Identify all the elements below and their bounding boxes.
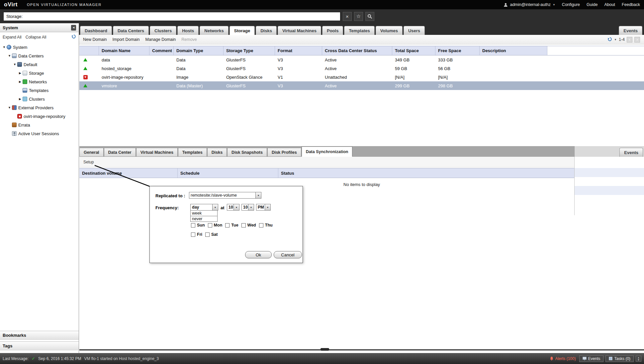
tab-hosts[interactable]: Hosts <box>177 26 199 35</box>
col-schedule[interactable]: Schedule <box>178 168 278 178</box>
tree-item-templates[interactable]: Templates <box>0 86 79 95</box>
tab-volumes[interactable]: Volumes <box>376 26 403 35</box>
ok-button[interactable]: Ok <box>245 251 272 258</box>
day-checkbox-thu[interactable]: Thu <box>259 223 273 228</box>
tab-pools[interactable]: Pools <box>322 26 343 35</box>
collapse-sidebar-button[interactable]: ◀ <box>71 25 76 31</box>
detail-tab-general[interactable]: General <box>79 148 104 157</box>
tab-virtual-machines[interactable]: Virtual Machines <box>278 26 321 35</box>
chevron-down-icon[interactable]: ▼ <box>212 204 218 210</box>
detail-tab-virtual-machines[interactable]: Virtual Machines <box>136 148 178 157</box>
col-storage-type[interactable]: Storage Type <box>224 46 275 55</box>
tree-item-networks[interactable]: ▶Networks <box>0 77 79 86</box>
day-checkbox-mon[interactable]: Mon <box>208 223 223 228</box>
col-domain-name[interactable]: Domain Name <box>99 46 149 55</box>
day-checkbox-sat[interactable]: Sat <box>205 232 218 237</box>
day-checkbox-sun[interactable]: Sun <box>191 223 205 228</box>
detail-tab-data-center[interactable]: Data Center <box>104 148 136 157</box>
col-description[interactable]: Description <box>480 46 547 55</box>
col-format[interactable]: Format <box>275 46 322 55</box>
expander-icon[interactable]: ▶ <box>18 71 22 75</box>
detail-tab-disk-profiles[interactable]: Disk Profiles <box>267 148 301 157</box>
replicated-to-select[interactable]: remotesite:/slave-volume ▼ <box>189 192 261 199</box>
frequency-option-week[interactable]: week <box>190 211 218 216</box>
refresh-tree-button[interactable] <box>71 34 76 40</box>
table-row-selected[interactable]: vmstore Data (Master) GlusterFS V3 Activ… <box>79 81 644 90</box>
horizontal-splitter[interactable] <box>79 349 644 350</box>
refresh-dropdown-caret[interactable]: ▼ <box>614 38 617 41</box>
expand-all-link[interactable]: Expand All <box>3 35 22 40</box>
setup-button[interactable]: Setup <box>83 160 94 164</box>
feedback-link[interactable]: Feedback <box>622 2 640 7</box>
next-page-button[interactable]: › <box>634 37 640 43</box>
user-menu[interactable]: admin@internal-authz ▼ <box>504 2 555 7</box>
expander-icon[interactable]: ▼ <box>2 46 6 49</box>
remove-button[interactable]: Remove <box>181 37 197 42</box>
chevron-down-icon[interactable]: ▼ <box>233 204 239 210</box>
detail-tab-disk-snapshots[interactable]: Disk Snapshots <box>227 148 267 157</box>
collapse-all-link[interactable]: Collapse All <box>26 35 46 40</box>
events-button-top[interactable]: Events <box>619 26 642 35</box>
expander-icon[interactable]: ▼ <box>7 106 12 109</box>
tab-networks[interactable]: Networks <box>200 26 229 35</box>
tree-item-ovirt-image-repository[interactable]: ovirt-image-repository <box>0 112 79 121</box>
frequency-select[interactable]: day ▼ <box>190 204 218 211</box>
col-comment[interactable]: Comment <box>149 46 174 55</box>
checkbox[interactable] <box>191 232 195 237</box>
clear-search-button[interactable]: × <box>343 12 352 21</box>
detail-tab-templates[interactable]: Templates <box>178 148 207 157</box>
tab-data-centers[interactable]: Data Centers <box>113 26 149 35</box>
about-link[interactable]: About <box>604 2 615 7</box>
prev-page-button[interactable]: ‹ <box>627 37 632 43</box>
checkbox[interactable] <box>205 232 210 237</box>
tree-item-active-user-sessions[interactable]: Active User Sessions <box>0 129 79 138</box>
splitter-handle[interactable] <box>321 348 329 351</box>
tree-item-external-providers[interactable]: ▼External Providers <box>0 103 79 112</box>
configure-link[interactable]: Configure <box>562 2 580 7</box>
day-checkbox-fri[interactable]: Fri <box>191 232 202 237</box>
tags-section-header[interactable]: Tags <box>0 341 79 350</box>
expander-icon[interactable]: ▶ <box>18 97 22 101</box>
chevron-down-icon[interactable]: ▼ <box>255 192 261 198</box>
day-checkbox-wed[interactable]: Wed <box>241 223 256 228</box>
tree-item-default[interactable]: ▼Default <box>0 60 79 69</box>
tab-clusters[interactable]: Clusters <box>150 26 176 35</box>
tab-dashboard[interactable]: Dashboard <box>80 26 112 35</box>
tree-item-storage[interactable]: ▶Storage <box>0 69 79 77</box>
table-row[interactable]: ovirt-image-repository Image OpenStack G… <box>79 73 644 81</box>
frequency-option-never[interactable]: never <box>190 216 218 222</box>
chevron-down-icon[interactable]: ▼ <box>265 204 270 210</box>
checkbox[interactable] <box>259 223 263 228</box>
hour-select[interactable]: 10 ▼ <box>227 204 239 211</box>
search-input[interactable] <box>3 12 340 21</box>
tree-item-system[interactable]: ▼System <box>0 43 79 51</box>
events-footer-button[interactable]: Events <box>579 355 604 362</box>
col-destination-volume[interactable]: Destination volume <box>79 168 178 178</box>
expander-icon[interactable]: ▼ <box>13 63 17 66</box>
import-domain-button[interactable]: Import Domain <box>113 37 140 42</box>
col-cross-dc-status[interactable]: Cross Data Center Status <box>322 46 392 55</box>
checkbox[interactable] <box>241 223 246 228</box>
expand-footer-button[interactable]: ▲▼ <box>636 356 641 362</box>
tree-item-errata[interactable]: Errata <box>0 121 79 129</box>
tasks-footer-button[interactable]: Tasks (0) <box>605 355 634 362</box>
expander-icon[interactable]: ▼ <box>7 54 12 57</box>
ampm-select[interactable]: PM ▼ <box>256 204 271 211</box>
day-checkbox-tue[interactable]: Tue <box>225 223 238 228</box>
alerts-button[interactable]: Alerts (100) <box>550 356 576 361</box>
tab-users[interactable]: Users <box>404 26 425 35</box>
checkbox[interactable] <box>191 223 195 228</box>
tab-disks[interactable]: Disks <box>256 26 277 35</box>
minute-select[interactable]: 10 ▼ <box>241 204 254 211</box>
col-status[interactable]: Status <box>278 168 574 178</box>
tab-templates[interactable]: Templates <box>344 26 374 35</box>
tree-item-data-centers[interactable]: ▼Data Centers <box>0 51 79 60</box>
col-free-space[interactable]: Free Space <box>435 46 480 55</box>
col-total-space[interactable]: Total Space <box>392 46 435 55</box>
guide-link[interactable]: Guide <box>587 2 598 7</box>
tab-storage[interactable]: Storage <box>230 26 255 35</box>
search-button[interactable] <box>365 12 374 21</box>
table-row[interactable]: hosted_storage Data GlusterFS V3 Active … <box>79 64 644 73</box>
tree-item-clusters[interactable]: ▶Clusters <box>0 95 79 103</box>
new-domain-button[interactable]: New Domain <box>83 37 107 42</box>
